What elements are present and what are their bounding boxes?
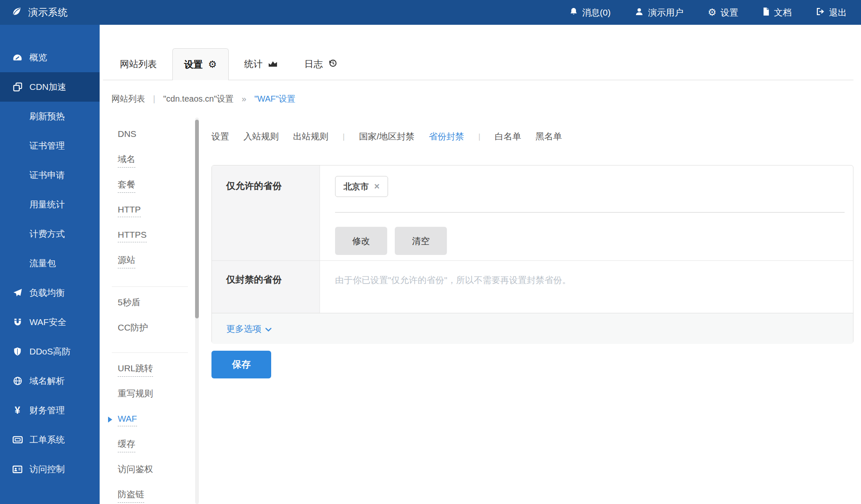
sidebar-label: 计费方式	[29, 228, 65, 240]
user-menu-item[interactable]: 演示用户	[635, 7, 683, 18]
tab-label: 统计	[244, 58, 263, 71]
sidebar-item-refresh-preheat[interactable]: 刷新预热	[0, 102, 100, 131]
brand-label: 演示系统	[28, 6, 68, 19]
waf-tab-whitelist[interactable]: 白名单	[495, 131, 521, 142]
settings-nav-domain[interactable]: 域名	[118, 148, 195, 173]
user-label: 演示用户	[648, 7, 683, 18]
banned-provinces-note: 由于你已设置"仅允许的省份"，所以不需要再设置封禁省份。	[335, 274, 845, 286]
settings-nav-access-auth[interactable]: 访问鉴权	[118, 458, 195, 483]
waf-tab-blacklist[interactable]: 黑名单	[536, 131, 562, 142]
waf-content: 设置 入站规则 出站规则 | 国家/地区封禁 省份封禁 | 白名单 黑名单 仅允…	[211, 128, 853, 504]
sidebar-item-billing[interactable]: 计费方式	[0, 219, 100, 249]
breadcrumb: 网站列表 | "cdn.teaos.cn"设置 » "WAF"设置	[111, 90, 296, 107]
tab-settings[interactable]: 设置 ⚙	[172, 48, 229, 80]
breadcrumb-waf-settings[interactable]: "WAF"设置	[254, 93, 296, 105]
sidebar-label: 财务管理	[29, 404, 65, 416]
settings-nav-waf[interactable]: WAF	[118, 407, 195, 433]
brand[interactable]: 演示系统	[0, 5, 68, 19]
waf-tab-province-block[interactable]: 省份封禁	[429, 131, 464, 142]
tag-input-underline[interactable]	[335, 212, 845, 213]
chart-area-icon	[268, 59, 277, 70]
sidebar-item-overview[interactable]: 概览	[0, 43, 100, 72]
main-area: 网站列表 设置 ⚙ 统计 日志 网站列表 | "cdn	[100, 25, 861, 504]
logout-label: 退出	[829, 7, 847, 18]
settings-nav-origin[interactable]: 源站	[118, 249, 195, 274]
sidebar-item-cert-apply[interactable]: 证书申请	[0, 160, 100, 190]
tab-statistics[interactable]: 统计	[233, 48, 289, 80]
tab-logs[interactable]: 日志	[293, 48, 349, 80]
tab-label: 网站列表	[120, 58, 157, 71]
sidebar-item-ticket-system[interactable]: 工单系统	[0, 425, 100, 454]
divider	[112, 352, 188, 353]
messages-menu-item[interactable]: 消息(0)	[569, 7, 611, 18]
sidebar: 概览 CDN加速 刷新预热 证书管理 证书申请 用量统计 计费方式 流量包 负载…	[0, 25, 100, 504]
settings-nav-hotlink-protection[interactable]: 防盗链	[118, 483, 195, 504]
sidebar-label: 访问控制	[29, 463, 65, 475]
sidebar-item-access-control[interactable]: 访问控制	[0, 454, 100, 484]
settings-nav-dns[interactable]: DNS	[118, 123, 195, 148]
docs-menu-item[interactable]: 文档	[763, 7, 792, 18]
settings-nav-5s-shield[interactable]: 5秒盾	[118, 291, 195, 316]
settings-nav-cc-protection[interactable]: CC防护	[118, 316, 195, 341]
sidebar-item-traffic-package[interactable]: 流量包	[0, 249, 100, 278]
settings-nav-http[interactable]: HTTP	[118, 198, 195, 223]
settings-nav-scrollbar[interactable]	[195, 118, 199, 504]
sidebar-item-dns-resolution[interactable]: 域名解析	[0, 366, 100, 396]
sidebar-item-waf-security[interactable]: WAF安全	[0, 307, 100, 337]
clear-button[interactable]: 清空	[395, 227, 447, 255]
gear-icon: ⚙	[708, 8, 716, 17]
settings-nav-https[interactable]: HTTPS	[118, 223, 195, 249]
more-options-link[interactable]: 更多选项	[226, 323, 272, 335]
modify-button[interactable]: 修改	[335, 227, 387, 255]
settings-nav: DNS 域名 套餐 HTTP HTTPS 源站 5秒盾 CC防护 URL跳转 重…	[118, 123, 195, 504]
sidebar-item-cdn[interactable]: CDN加速	[0, 72, 100, 102]
save-button[interactable]: 保存	[211, 351, 271, 378]
sidebar-label: 工单系统	[29, 434, 65, 446]
app-root: 演示系统 消息(0) 演示用户 ⚙ 设置	[0, 0, 861, 504]
sidebar-item-finance[interactable]: ¥ 财务管理	[0, 396, 100, 425]
sidebar-item-load-balancing[interactable]: 负载均衡	[0, 278, 100, 307]
settings-menu-item[interactable]: ⚙ 设置	[708, 7, 738, 18]
allowed-provinces-label: 仅允许的省份	[212, 165, 320, 260]
waf-tab-settings[interactable]: 设置	[211, 131, 229, 142]
scrollbar-thumb[interactable]	[195, 120, 199, 318]
sidebar-label: DDoS高防	[29, 346, 71, 357]
tab-separator: |	[343, 132, 345, 141]
sidebar-label: 证书申请	[29, 169, 65, 181]
settings-nav-plan[interactable]: 套餐	[118, 173, 195, 198]
waf-tab-inbound-rules[interactable]: 入站规则	[243, 131, 279, 142]
messages-label: 消息(0)	[582, 7, 611, 18]
topbar: 演示系统 消息(0) 演示用户 ⚙ 设置	[0, 0, 861, 25]
waf-tab-outbound-rules[interactable]: 出站规则	[293, 131, 328, 142]
tab-label: 日志	[304, 58, 323, 71]
gear-icon: ⚙	[208, 60, 217, 69]
sidebar-item-ddos[interactable]: DDoS高防	[0, 337, 100, 366]
paper-plane-icon	[12, 288, 23, 297]
remove-tag-icon[interactable]: ×	[374, 182, 380, 191]
waf-tab-country-block[interactable]: 国家/地区封禁	[359, 131, 415, 142]
breadcrumb-site-list[interactable]: 网站列表	[111, 93, 145, 105]
sidebar-label: CDN加速	[29, 81, 66, 93]
chevron-down-icon	[265, 324, 272, 334]
sidebar-label: 流量包	[29, 257, 56, 269]
yen-icon: ¥	[12, 406, 23, 415]
history-icon	[328, 59, 337, 70]
settings-label: 设置	[721, 7, 738, 18]
tag-actions: 修改 清空	[335, 227, 845, 255]
tab-site-list[interactable]: 网站列表	[108, 48, 168, 80]
sidebar-item-cert-management[interactable]: 证书管理	[0, 131, 100, 160]
sidebar-label: 刷新预热	[29, 110, 65, 122]
province-tag: 北京市 ×	[335, 176, 388, 197]
settings-nav-url-redirect[interactable]: URL跳转	[118, 357, 195, 382]
gauge-icon	[12, 53, 23, 62]
logout-menu-item[interactable]: 退出	[816, 7, 847, 18]
breadcrumb-site-settings[interactable]: "cdn.teaos.cn"设置	[163, 93, 234, 105]
sidebar-label: 用量统计	[29, 199, 65, 210]
settings-nav-cache[interactable]: 缓存	[118, 433, 195, 458]
settings-nav-rewrite-rules[interactable]: 重写规则	[118, 382, 195, 407]
banned-provinces-row: 仅封禁的省份 由于你已设置"仅允许的省份"，所以不需要再设置封禁省份。	[212, 260, 853, 313]
allowed-provinces-field: 北京市 × 修改 清空	[320, 165, 853, 260]
sidebar-label: WAF安全	[29, 316, 66, 328]
leaf-logo-icon	[11, 5, 22, 19]
sidebar-item-usage-stats[interactable]: 用量统计	[0, 190, 100, 219]
